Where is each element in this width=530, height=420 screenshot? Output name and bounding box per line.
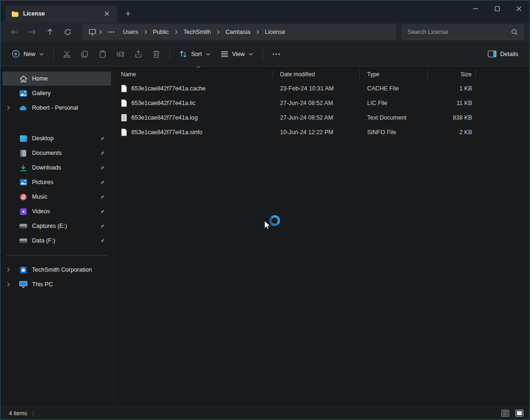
more-options-icon[interactable] [268,46,285,63]
breadcrumb-item-public[interactable]: Public [149,27,173,37]
toolbar-separator [169,48,170,60]
status-bar: 4 items [0,406,530,420]
up-button[interactable] [42,25,58,39]
file-row[interactable]: 653e1cae842f77e41a.cache 23-Feb-24 10:31… [113,81,530,96]
sidebar-item-this-pc[interactable]: This PC [2,277,111,291]
refresh-button[interactable] [60,25,76,39]
sidebar-item-music[interactable]: Music [2,190,111,204]
sidebar-item-label: Home [32,75,48,82]
status-divider [33,410,33,417]
sidebar-item-documents[interactable]: Documents [2,146,111,160]
view-button[interactable]: View [216,46,258,63]
drive-icon [19,237,27,245]
organization-icon [19,266,27,274]
chevron-right-icon [255,30,260,34]
forward-button[interactable] [24,25,40,39]
file-name: 653e1cae842f77e41a.sinfo [131,129,202,136]
sidebar-item-data-drive[interactable]: Data (F:) [2,234,111,248]
details-pane-button[interactable]: Details [483,46,523,63]
breadcrumb-item-techsmith[interactable]: TechSmith [180,27,215,37]
sidebar-item-downloads[interactable]: Downloads [2,161,111,175]
file-size: 838 KB [428,114,476,121]
file-icon [121,129,127,136]
rename-icon[interactable] [112,46,129,63]
home-icon [19,75,27,83]
chevron-right-icon[interactable] [7,282,10,287]
this-pc-icon[interactable] [88,29,97,35]
back-button[interactable] [6,25,22,39]
pin-icon [99,238,105,244]
details-button-label: Details [500,51,518,57]
videos-icon [19,208,27,216]
file-type: Text Document [360,114,428,121]
file-row[interactable]: 653e1cae842f77e41a.log 27-Jun-24 08:52 A… [113,110,530,125]
new-button-label: New [24,51,35,57]
file-size: 11 KB [428,100,476,106]
pin-icon [99,223,105,229]
sidebar-item-videos[interactable]: Videos [2,204,111,218]
sidebar-item-techsmith-corporation[interactable]: TechSmith Corporation [2,263,111,277]
file-type: CACHE File [360,85,428,92]
tab-close-button[interactable] [101,8,112,19]
large-icons-view-toggle[interactable] [514,409,525,418]
sidebar-divider [6,255,107,256]
sidebar-item-pictures[interactable]: Pictures [2,175,111,189]
chevron-right-icon[interactable] [7,267,10,272]
toolbar-separator [263,48,263,60]
folder-icon [11,10,19,18]
close-button[interactable] [508,0,530,16]
details-view-toggle[interactable] [499,409,511,418]
sort-button[interactable]: Sort [175,46,215,63]
minimize-button[interactable] [465,0,486,16]
this-pc-icon [19,281,27,289]
breadcrumb-overflow-button[interactable] [104,29,118,35]
file-row[interactable]: 653e1cae842f77e41a.lic 27-Jun-24 08:52 A… [113,96,530,110]
new-tab-button[interactable] [121,7,135,21]
view-button-label: View [232,51,245,57]
sidebar-item-captures-drive[interactable]: Captures (E:) [2,219,111,233]
breadcrumb-item-camtasia[interactable]: Camtasia [222,27,254,37]
file-icon [121,85,127,92]
file-row[interactable]: 653e1cae842f77e41a.sinfo 10-Jun-24 12:22… [113,125,530,139]
documents-icon [19,149,27,157]
address-bar[interactable]: Users Public TechSmith Camtasia License [82,24,396,40]
sidebar-item-gallery[interactable]: Gallery [2,86,111,100]
chevron-right-icon [98,30,103,34]
new-button[interactable]: New [7,46,48,63]
chevron-right-icon[interactable] [7,105,10,110]
search-icon[interactable] [511,29,518,35]
file-name: 653e1cae842f77e41a.cache [131,85,206,92]
file-date-modified: 23-Feb-24 10:31 AM [273,85,360,92]
maximize-button[interactable] [486,0,508,16]
sidebar-item-desktop[interactable]: Desktop [2,131,111,145]
cut-icon[interactable] [58,46,75,63]
sidebar-item-label: This PC [32,281,53,288]
explorer-tab[interactable]: License [5,5,117,22]
file-name: 653e1cae842f77e41a.lic [131,100,195,106]
copy-icon[interactable] [76,46,93,63]
sidebar-item-label: Downloads [32,164,61,171]
column-header-name[interactable]: Name [113,70,273,79]
text-document-icon [121,114,127,121]
share-icon[interactable] [130,46,147,63]
pin-icon [99,136,105,142]
delete-icon[interactable] [148,46,165,63]
column-header-size[interactable]: Size [428,70,476,79]
mouse-cursor [264,220,272,231]
sidebar-item-home[interactable]: Home [2,72,111,86]
file-size: 2 KB [428,129,476,136]
sort-button-label: Sort [191,51,202,57]
breadcrumb-item-license[interactable]: License [261,27,289,37]
sidebar-item-onedrive-personal[interactable]: Robert - Personal [2,101,111,115]
breadcrumb-item-users[interactable]: Users [119,27,142,37]
file-date-modified: 27-Jun-24 08:52 AM [273,114,360,121]
column-header-type[interactable]: Type [360,70,428,79]
column-header-date-modified[interactable]: Date modified [273,70,360,79]
window-controls [465,0,530,16]
file-name: 653e1cae842f77e41a.log [131,114,198,121]
paste-icon[interactable] [94,46,111,63]
command-bar: New Sort View [0,42,530,66]
search-box[interactable]: Search License [402,24,524,40]
pictures-icon [19,178,27,186]
file-date-modified: 10-Jun-24 12:22 PM [273,129,360,136]
